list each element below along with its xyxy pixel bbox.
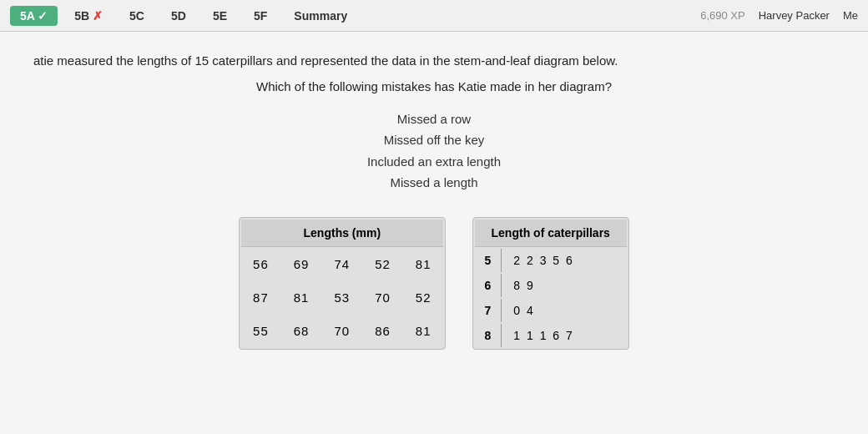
tab-5a[interactable]: 5A ✓ [10, 6, 58, 26]
table-cell: 86 [363, 315, 402, 347]
lengths-table-header: Lengths (mm) [241, 220, 442, 247]
table-row: 55 68 70 86 81 [241, 315, 442, 347]
option-missed-key[interactable]: Missed off the key [33, 129, 835, 151]
table-cell: 56 [241, 249, 280, 280]
top-nav-bar: 5A ✓ 5B ✗ 5C 5D 5E 5F Summary 6,690 XP H… [0, 0, 868, 32]
table-cell: 69 [282, 249, 321, 280]
tab-5e[interactable]: 5E [203, 6, 237, 26]
lengths-table: Lengths (mm) 56 69 74 52 81 87 81 53 70 … [239, 217, 445, 350]
table-cell: 87 [241, 282, 280, 314]
table-cell: 55 [241, 315, 280, 347]
table-cell: 70 [363, 282, 402, 314]
table-row: 56 69 74 52 81 [241, 249, 442, 280]
table-cell: 70 [322, 315, 361, 347]
user-name: Harvey Packer [759, 9, 830, 22]
table-cell: 53 [322, 282, 361, 314]
question-intro: atie measured the lengths of 15 caterpil… [33, 52, 835, 71]
option-missed-length[interactable]: Missed a length [33, 172, 835, 194]
tab-summary[interactable]: Summary [284, 6, 357, 26]
leaf-cell: 8 9 [503, 274, 627, 297]
xp-display: 6,690 XP [700, 9, 745, 22]
table-cell: 74 [322, 249, 361, 280]
option-extra-length[interactable]: Included an extra length [33, 151, 835, 173]
table-cell: 52 [363, 249, 402, 280]
tab-5f[interactable]: 5F [244, 6, 277, 26]
tab-5c[interactable]: 5C [119, 6, 154, 26]
table-cell: 81 [404, 249, 443, 280]
leaf-cell: 1 1 1 6 7 [503, 324, 627, 347]
table-cell: 81 [404, 315, 443, 347]
tables-section: Lengths (mm) 56 69 74 52 81 87 81 53 70 … [33, 217, 835, 350]
leaf-cell: 0 4 [503, 299, 627, 322]
tab-5b[interactable]: 5B ✗ [64, 6, 113, 26]
stem-leaf-row: 8 1 1 1 6 7 [475, 324, 627, 347]
stem-cell: 6 [475, 274, 502, 297]
me-label[interactable]: Me [843, 9, 858, 22]
question-prompt: Which of the following mistakes has Kati… [33, 79, 835, 93]
main-content: atie measured the lengths of 15 caterpil… [0, 32, 868, 434]
tab-5d[interactable]: 5D [161, 6, 196, 26]
stem-leaf-row: 6 8 9 [475, 274, 627, 297]
options-list: Missed a row Missed off the key Included… [33, 108, 835, 194]
table-cell: 68 [282, 315, 321, 347]
table-cell: 81 [282, 282, 321, 314]
stem-cell: 7 [475, 299, 502, 322]
table-row: 87 81 53 70 52 [241, 282, 442, 314]
leaf-cell: 2 2 3 5 6 [503, 249, 627, 272]
stem-leaf-header: Length of caterpillars [475, 220, 627, 247]
stem-leaf-row: 5 2 2 3 5 6 [475, 249, 627, 272]
nav-right: 6,690 XP Harvey Packer Me [700, 9, 858, 22]
table-cell: 52 [404, 282, 443, 314]
stem-cell: 8 [475, 324, 502, 347]
stem-cell: 5 [475, 249, 502, 272]
stem-leaf-table: Length of caterpillars 5 2 2 3 5 6 6 8 9… [472, 217, 629, 350]
option-missed-row[interactable]: Missed a row [33, 108, 835, 130]
stem-leaf-row: 7 0 4 [475, 299, 627, 322]
